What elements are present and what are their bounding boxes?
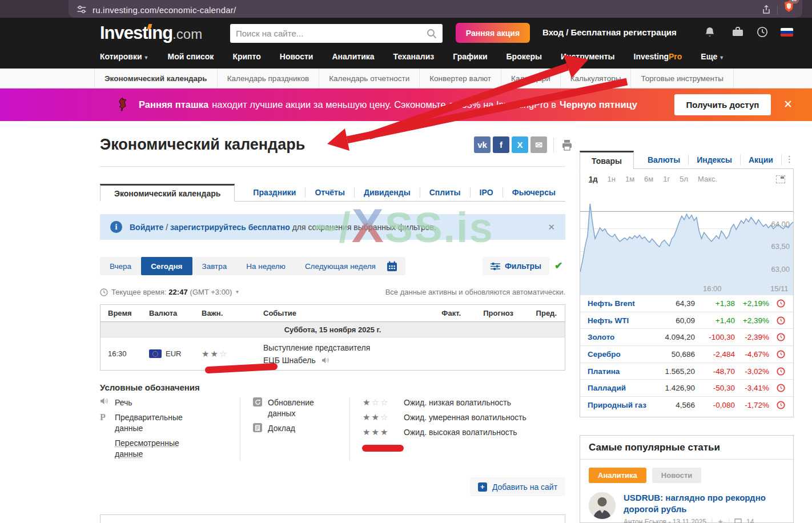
tab-stocks[interactable]: Акции (741, 155, 782, 165)
nav-tools[interactable]: Инструменты (561, 52, 615, 61)
tab-tomorrow[interactable]: Завтра (192, 262, 237, 271)
timezone[interactable]: (GMT +3:00) (190, 288, 232, 296)
range-6m[interactable]: 6м (644, 175, 653, 183)
tab-indices[interactable]: Индексы (689, 155, 741, 165)
tab-splits[interactable]: Сплиты (420, 187, 471, 198)
economic-calendar-table: Время Валюта Важн. Событие Факт. Прогноз… (100, 304, 565, 371)
event-row[interactable]: 16:30 EUR ★★☆ Выступление представителя … (101, 337, 565, 370)
comments-icon (734, 518, 742, 523)
subnav-earnings-calendar[interactable]: Календарь отчетности (319, 69, 420, 88)
portfolio-icon[interactable] (731, 26, 744, 38)
tab-currencies[interactable]: Валюты (640, 155, 689, 165)
subnav-economic-calendar[interactable]: Экономический календарь (94, 69, 218, 88)
early-bird-button[interactable]: Ранняя акция (456, 23, 530, 43)
chevron-down-icon[interactable]: ▼ (235, 289, 239, 295)
tab-next-week[interactable]: Следующая неделя (295, 262, 385, 271)
tab-news[interactable]: Новости (652, 468, 702, 483)
calendar-icon[interactable] (387, 261, 397, 272)
expand-chart-icon[interactable] (776, 175, 785, 183)
site-search[interactable] (230, 24, 443, 43)
tab-ipo[interactable]: IPO (471, 187, 503, 198)
filters-button[interactable]: Фильтры (483, 257, 549, 275)
tab-yesterday[interactable]: Вчера (100, 262, 141, 271)
register-link[interactable]: зарегистрируйтесь бесплатно (170, 223, 290, 232)
range-1d[interactable]: 1д (589, 175, 597, 183)
range-1m[interactable]: 1м (625, 175, 634, 183)
close-icon[interactable]: ✕ (783, 98, 793, 111)
range-max[interactable]: Макс. (698, 175, 717, 183)
close-icon[interactable]: ✕ (548, 222, 555, 232)
email-icon[interactable]: ✉ (530, 136, 547, 153)
site-permissions-icon[interactable] (77, 5, 87, 15)
tab-dividends[interactable]: Дивиденды (355, 187, 420, 198)
nav-technical[interactable]: Теханализ (393, 52, 435, 61)
subnav-holidays-calendar[interactable]: Календарь праздников (218, 69, 320, 88)
investing-logo[interactable]: Investing.com (100, 23, 202, 43)
facebook-icon[interactable]: f (493, 136, 509, 153)
nav-charts[interactable]: Графики (453, 52, 487, 61)
brave-shield-icon[interactable]: 10 (783, 1, 794, 15)
vk-icon[interactable]: vk (474, 136, 491, 153)
tab-this-week[interactable]: На неделю (236, 262, 295, 271)
print-icon[interactable] (560, 138, 574, 152)
importance-stars: ★★☆ (202, 349, 263, 359)
search-icon[interactable] (427, 29, 437, 39)
tab-commodities[interactable]: Товары (580, 151, 634, 170)
login-link[interactable]: Войдите (130, 223, 163, 232)
nav-news[interactable]: Новости (280, 52, 313, 61)
nav-quotes[interactable]: Котировки▼ (100, 52, 148, 61)
address-divider (777, 6, 778, 15)
range-1y[interactable]: 1г (663, 175, 670, 183)
tab-analytics[interactable]: Аналитика (589, 468, 646, 483)
get-access-button[interactable]: Получить доступ (674, 94, 771, 115)
subnav-calendars[interactable]: Календари (501, 69, 561, 88)
tab-holidays[interactable]: Праздники (244, 187, 305, 198)
nav-brokers[interactable]: Брокеры (507, 52, 542, 61)
tab-reports[interactable]: Отчёты (305, 187, 354, 198)
banner-title: Ранняя пташка (139, 99, 208, 110)
title-divider (100, 166, 565, 167)
alarm-clock-icon (777, 299, 785, 308)
quote-row[interactable]: Золото 4.094,20 -100,30 -2,39% (580, 328, 793, 345)
nav-analytics[interactable]: Аналитика (332, 52, 374, 61)
legend-data-update: Обновление данных (268, 397, 338, 419)
tab-today[interactable]: Сегодня (141, 257, 192, 275)
share-icon[interactable] (761, 5, 771, 15)
quote-row[interactable]: Палладий 1.426,90 -50,30 -3,41% (580, 379, 793, 396)
status-row: Текущее время: 22:47 (GMT +3:00) ▼ Все д… (100, 288, 565, 296)
range-1w[interactable]: 1н (607, 175, 615, 183)
clock-icon (100, 288, 108, 296)
quote-row[interactable]: Нефть Brent 64,39 +1,38 +2,19% (580, 295, 793, 312)
x-icon[interactable]: X (512, 136, 528, 153)
tab-futures[interactable]: Фьючерсы (503, 187, 565, 198)
legend-revised[interactable]: Пересмотренные данные (115, 438, 195, 460)
nav-more[interactable]: Еще▼ (701, 52, 724, 61)
mini-chart[interactable]: 64,0063,5063,00 16:00 15/11 (580, 188, 793, 295)
star-icon[interactable]: ★ (717, 518, 723, 523)
range-5y[interactable]: 5л (680, 175, 688, 183)
url-text[interactable]: ru.investing.com/economic-calendar/ (93, 5, 761, 15)
login-register-link[interactable]: Вход / Бесплатная регистрация (542, 27, 677, 37)
clock-icon[interactable] (756, 26, 769, 38)
quote-row[interactable]: Серебро 50,686 -2,484 -4,67% (580, 345, 793, 363)
quote-row[interactable]: Нефть WTI 60,09 +1,40 +2,39% (580, 312, 793, 329)
tab-economic-calendar[interactable]: Экономический календарь (100, 184, 235, 202)
language-flag-ru-icon[interactable] (781, 28, 793, 37)
subnav-calculators[interactable]: Калькуляторы (561, 69, 632, 88)
dots-menu-icon[interactable]: ⋮ (785, 151, 794, 169)
info-text: для сохранения выбранных фильтров. (292, 223, 436, 232)
address-bar[interactable]: ru.investing.com/economic-calendar/ 10 (69, 0, 802, 18)
add-to-site-button[interactable]: + Добавить на сайт (470, 477, 565, 496)
subnav-trading-tools[interactable]: Торговые инструменты (631, 69, 734, 88)
article-title[interactable]: USDRUB: наглядно про рекордно дорогой ру… (624, 492, 785, 515)
article-item[interactable]: USDRUB: наглядно про рекордно дорогой ру… (580, 483, 793, 523)
col-currency: Валюта (149, 309, 202, 317)
notifications-bell-icon[interactable] (704, 26, 716, 38)
nav-crypto[interactable]: Крипто (232, 52, 260, 61)
subnav-currency-converter[interactable]: Конвертер валют (420, 69, 501, 88)
quote-row[interactable]: Платина 1.565,20 -48,70 -3,02% (580, 363, 793, 380)
search-input[interactable] (236, 29, 427, 38)
quote-row[interactable]: Природный газ 4,566 -0,080 -1,72% (580, 396, 793, 413)
nav-investingpro[interactable]: InvestingPro (634, 52, 682, 61)
nav-watchlist[interactable]: Мой список (167, 52, 214, 61)
